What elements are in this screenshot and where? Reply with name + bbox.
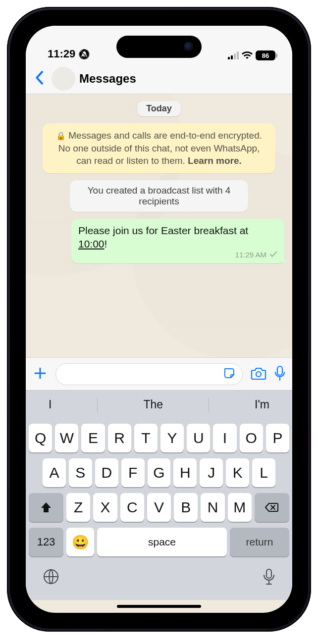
camera-button[interactable] (251, 366, 266, 382)
shift-key[interactable] (29, 493, 63, 522)
return-key[interactable]: return (230, 528, 289, 556)
device-frame: 11:29 86 (7, 7, 311, 632)
device-bezel: 11:29 86 (10, 10, 308, 629)
suggestion-1[interactable]: I (49, 398, 52, 411)
key-d[interactable]: D (95, 458, 118, 487)
date-separator: Today (137, 101, 181, 116)
compose-bar (26, 357, 292, 390)
key-g[interactable]: G (148, 458, 171, 487)
key-v[interactable]: V (147, 493, 171, 522)
cellular-signal-icon (228, 51, 239, 59)
message-text: Please join us for Easter breakfast at (78, 225, 248, 236)
system-message: You created a broadcast list with 4 reci… (70, 180, 248, 212)
home-indicator[interactable] (117, 605, 201, 608)
key-b[interactable]: B (174, 493, 198, 522)
key-w[interactable]: W (55, 424, 78, 452)
keyboard-bottom-bar (26, 565, 292, 600)
voice-message-button[interactable] (274, 365, 285, 383)
dynamic-island (116, 36, 202, 58)
message-timestamp: 11:29 AM (235, 250, 266, 260)
key-s[interactable]: S (69, 458, 92, 487)
chat-header: Messages (26, 63, 292, 94)
backspace-key[interactable] (255, 493, 289, 522)
lock-icon: 🔒 (56, 132, 66, 140)
add-attachment-button[interactable] (33, 366, 48, 383)
screen: 11:29 86 (26, 26, 292, 613)
key-o[interactable]: O (240, 424, 263, 452)
svg-rect-3 (266, 569, 271, 578)
key-m[interactable]: M (228, 493, 252, 522)
key-r[interactable]: R (108, 424, 131, 452)
key-q[interactable]: Q (29, 424, 52, 452)
globe-key[interactable] (43, 568, 59, 587)
chat-title[interactable]: Messages (79, 72, 136, 86)
keyboard-suggestions: I The I'm (26, 390, 292, 419)
message-text-tail: ! (105, 238, 107, 249)
key-l[interactable]: L (252, 458, 275, 487)
key-h[interactable]: H (173, 458, 197, 487)
key-t[interactable]: T (134, 424, 158, 452)
emoji-key[interactable]: 😀 (66, 528, 94, 556)
key-j[interactable]: J (200, 458, 223, 487)
suggestion-2[interactable]: The (143, 398, 163, 411)
suggestion-divider (209, 397, 209, 412)
key-u[interactable]: U (187, 424, 210, 452)
key-i[interactable]: I (213, 424, 236, 452)
numeric-key[interactable]: 123 (29, 528, 63, 556)
wifi-icon (242, 51, 253, 59)
key-a[interactable]: A (43, 458, 66, 487)
time-link[interactable]: 10:00 (78, 238, 105, 249)
key-z[interactable]: Z (66, 493, 90, 522)
suggestion-3[interactable]: I'm (255, 398, 269, 411)
dictation-key[interactable] (263, 568, 275, 588)
key-c[interactable]: C (120, 493, 144, 522)
key-p[interactable]: P (266, 424, 289, 452)
key-f[interactable]: F (121, 458, 145, 487)
suggestion-divider (97, 397, 98, 412)
sticker-icon[interactable] (222, 366, 236, 382)
keyboard: Q W E R T Y U I O P A S D F G H (26, 419, 292, 565)
space-key[interactable]: space (97, 528, 227, 556)
learn-more-link[interactable]: Learn more. (188, 155, 242, 166)
svg-point-0 (256, 372, 261, 377)
delivered-check-icon (269, 250, 277, 260)
key-k[interactable]: K (226, 458, 249, 487)
chat-scroll-area[interactable]: Today 🔒 Messages and calls are end-to-en… (26, 94, 292, 357)
silent-mode-icon (78, 48, 90, 60)
outgoing-message[interactable]: Please join us for Easter breakfast at 1… (71, 219, 284, 263)
encryption-notice[interactable]: 🔒 Messages and calls are end-to-end encr… (43, 123, 275, 173)
key-y[interactable]: Y (160, 424, 184, 452)
key-n[interactable]: N (201, 493, 224, 522)
status-time: 11:29 (48, 48, 75, 60)
key-x[interactable]: X (93, 493, 117, 522)
back-button[interactable] (31, 68, 48, 90)
key-e[interactable]: E (81, 424, 105, 452)
chat-avatar[interactable] (52, 67, 75, 91)
svg-rect-1 (277, 366, 282, 375)
battery-indicator: 86 (256, 50, 275, 60)
message-input[interactable] (55, 363, 243, 385)
